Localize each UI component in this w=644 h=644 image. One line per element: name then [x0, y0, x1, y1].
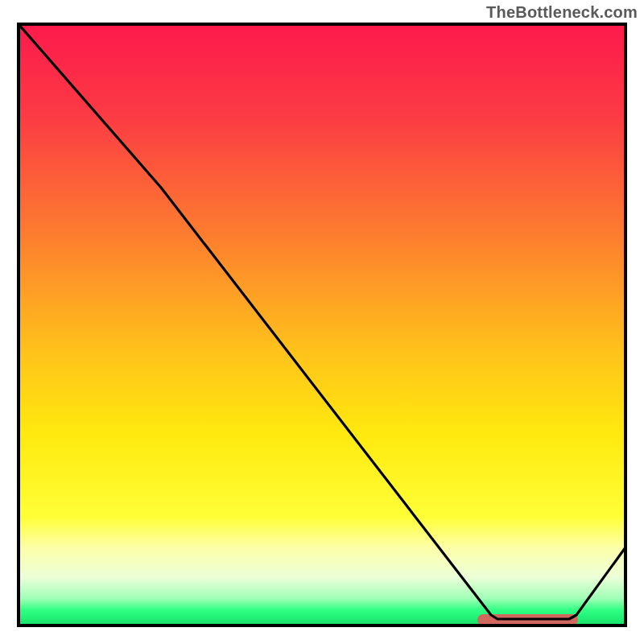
watermark-text: TheBottleneck.com — [486, 3, 638, 22]
bottleneck-chart — [0, 0, 644, 644]
chart-background-gradient — [19, 24, 625, 625]
